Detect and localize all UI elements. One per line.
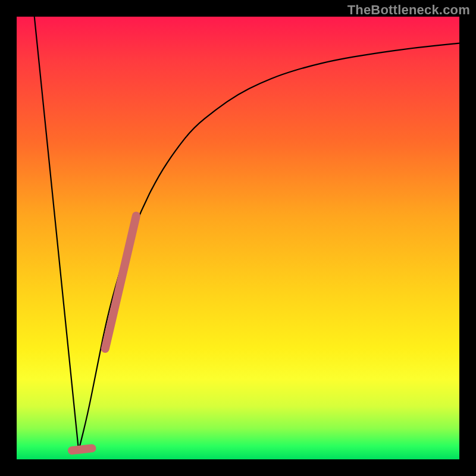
slope-marker bbox=[105, 216, 136, 349]
flat-marker bbox=[72, 448, 92, 450]
curve-right bbox=[79, 43, 459, 450]
curve-left bbox=[35, 17, 79, 450]
plot-area bbox=[17, 17, 459, 459]
chart-frame: TheBottleneck.com bbox=[0, 0, 476, 476]
chart-svg bbox=[17, 17, 459, 459]
watermark-text: TheBottleneck.com bbox=[347, 2, 470, 18]
